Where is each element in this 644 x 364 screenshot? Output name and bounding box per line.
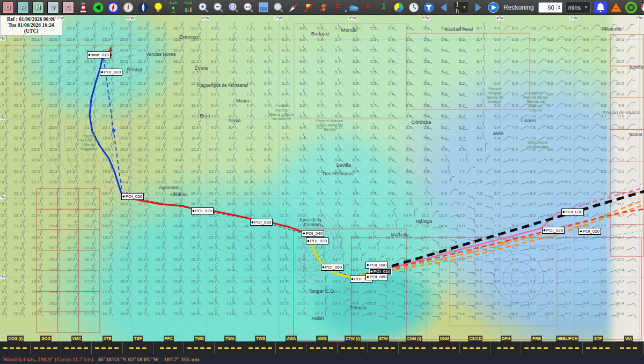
compass-blue-button[interactable]: [107, 2, 119, 13]
poi-label-POI_040[interactable]: ◆POI_040: [302, 230, 324, 237]
svg-text:5.6: 5.6: [370, 92, 377, 96]
ais-list-button[interactable]: A.I.S: [182, 2, 194, 13]
svg-text:8.9: 8.9: [547, 59, 554, 64]
zoom-grib-button[interactable]: [273, 2, 284, 13]
instrument-cell-dnm[interactable]: [429, 342, 460, 354]
chart-layer-v[interactable]: V: [47, 2, 59, 13]
instrument-cell-ppc[interactable]: [153, 342, 184, 354]
center-boat-button[interactable]: [92, 2, 104, 13]
svg-text:6.7: 6.7: [299, 158, 306, 162]
hide-track-button[interactable]: [318, 2, 330, 13]
svg-text:8.4: 8.4: [583, 158, 589, 162]
instrument-cell-dph[interactable]: [491, 342, 521, 354]
grib-step-combo[interactable]: 1 h▼: [453, 2, 469, 13]
compass-gray-button[interactable]: [122, 2, 134, 13]
svg-text:20.7: 20.7: [102, 114, 111, 118]
instrument-cell-sog[interactable]: [31, 342, 61, 354]
tips-bulb-button[interactable]: [152, 2, 164, 13]
grib-wind2-button[interactable]: [363, 2, 375, 13]
reckoning-spinbox[interactable]: 60▲▼: [538, 2, 562, 13]
zoom-area-button[interactable]: [228, 2, 239, 13]
instrument-cell-cogt[interactable]: [0, 342, 31, 354]
instrument-cell-xte[interactable]: [92, 342, 122, 354]
no-data-dash: [255, 347, 259, 349]
poi-label-start_010[interactable]: ◆start_010: [87, 51, 111, 58]
poi-label-POI_030[interactable]: ◆POI_030: [250, 219, 273, 226]
svg-text:9.7: 9.7: [565, 311, 572, 316]
instrument-cell-awa[interactable]: [276, 342, 306, 354]
poi-label-POI_020[interactable]: ◆POI_020: [306, 237, 328, 244]
no-data-dash: [452, 347, 456, 349]
grib-clock-button[interactable]: [408, 2, 420, 13]
svg-text:22.1: 22.1: [31, 37, 40, 42]
zoom-in-button[interactable]: [197, 2, 209, 13]
instrument-cell-tsp[interactable]: [123, 342, 153, 354]
alarm-bell-button[interactable]: [594, 1, 607, 13]
instrument-cell-pre[interactable]: [521, 342, 552, 354]
svg-text:19.7: 19.7: [67, 224, 75, 228]
target-button[interactable]: [625, 2, 637, 13]
spin-arrows-icon[interactable]: ▲▼: [556, 4, 562, 11]
grib-clouds-button[interactable]: [348, 2, 360, 13]
svg-text:6.4: 6.4: [388, 169, 394, 174]
instrument-cell-wa[interactable]: [613, 342, 644, 354]
instrument-cell-heelpch[interactable]: [552, 342, 583, 354]
hazard-warning-button[interactable]: [610, 2, 622, 13]
compass-needle-button[interactable]: [288, 2, 299, 13]
svg-text:Moura: Moura: [236, 98, 249, 103]
svg-text:18.3: 18.3: [120, 169, 128, 174]
instrument-caption-cnmt: CNM (t): [406, 336, 422, 341]
instrument-cell-cnmt[interactable]: [399, 342, 429, 354]
chart-layer-o[interactable]: O: [2, 2, 14, 13]
lighthouse-button[interactable]: [77, 2, 89, 13]
boat-view-button[interactable]: [137, 2, 149, 13]
ais-targets-button[interactable]: A.I.S: [167, 2, 179, 13]
poi-label-POI_030[interactable]: ◆POI_030: [561, 209, 584, 216]
chart-layer-m[interactable]: M: [32, 2, 44, 13]
chevron-down-icon: ▼: [584, 5, 588, 10]
instrument-cell-ctwt[interactable]: [338, 342, 368, 354]
svg-text:22.3: 22.3: [49, 169, 57, 174]
svg-text:7.3: 7.3: [565, 279, 572, 284]
poi-label-POI_020[interactable]: ◆POI_020: [100, 69, 122, 76]
grib-play-button[interactable]: [487, 2, 499, 13]
instrument-cell-twd[interactable]: [184, 342, 215, 354]
svg-text:7.2: 7.2: [530, 279, 536, 284]
instrument-cell-vmc[interactable]: [61, 342, 92, 354]
zoom-out-button[interactable]: [213, 2, 224, 13]
svg-text:7.4: 7.4: [229, 70, 235, 75]
svg-text:16.1: 16.1: [155, 279, 164, 284]
poi-label-POI_060[interactable]: ◆POI_060: [321, 264, 343, 271]
poi-label-POI_050[interactable]: ◆POI_050: [121, 193, 144, 200]
instrument-cell-stp[interactable]: [583, 342, 613, 354]
routes-layer[interactable]: [90, 57, 644, 277]
instrument-cell-tws[interactable]: [245, 342, 276, 354]
hide-poi-button[interactable]: [303, 2, 314, 13]
meteogram-button[interactable]: [393, 2, 405, 13]
instrument-cell-cscd[interactable]: [460, 342, 491, 354]
poi-label-text: POI_080: [370, 274, 387, 279]
instrument-cell-aws[interactable]: [306, 342, 337, 354]
grib-reload-button[interactable]: [378, 2, 390, 13]
map-opacity-button[interactable]: [258, 2, 269, 13]
grib-filter-button[interactable]: [423, 2, 435, 13]
poi-label-POI_020[interactable]: ◆POI_020: [542, 227, 565, 234]
instrument-cell-twa[interactable]: [215, 342, 245, 354]
poi-label-POI_020[interactable]: ◆POI_020: [191, 207, 214, 214]
map-canvas[interactable]: 21.221.622.122.522.923.023.123.223.320.4…: [0, 15, 644, 341]
chart-layer-c[interactable]: C: [62, 2, 74, 13]
grib-prev-button[interactable]: [438, 2, 450, 13]
instrument-cell-stw[interactable]: [368, 342, 399, 354]
chevron-down-icon[interactable]: ▾: [345, 9, 347, 13]
assistance-button[interactable]: [640, 2, 644, 13]
poi-label-POI_080[interactable]: ◆POI_080: [365, 273, 388, 280]
reckoning-unit-combo[interactable]: mins▼: [566, 2, 591, 13]
poi-label-POI_020[interactable]: ◆POI_020: [579, 228, 601, 235]
svg-text:17.8: 17.8: [67, 279, 75, 284]
svg-text:6.4: 6.4: [494, 136, 501, 140]
chart-layer-r[interactable]: R: [17, 2, 29, 13]
svg-text:16.5: 16.5: [155, 114, 164, 118]
grib-wind-button[interactable]: ▾: [333, 2, 345, 13]
grib-next-button[interactable]: [472, 2, 484, 13]
zoom-1-1-button[interactable]: 1:1: [243, 2, 254, 13]
